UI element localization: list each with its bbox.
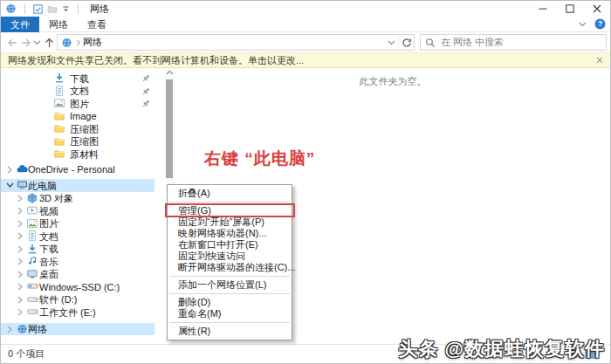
sidebar-item-3D-对象[interactable]: 3D 对象 xyxy=(1,192,154,205)
ribbon-expand-icon[interactable] xyxy=(579,22,587,27)
qat-new-folder-icon[interactable] xyxy=(47,4,58,14)
menu-item-删除(D)[interactable]: 删除(D) xyxy=(168,297,291,308)
cube-icon xyxy=(27,193,38,203)
pin-icon xyxy=(141,100,150,108)
expander-right-icon[interactable] xyxy=(6,326,13,333)
search-input[interactable]: 在 网络 中搜索 xyxy=(420,34,607,51)
network-icon xyxy=(61,38,72,48)
close-icon xyxy=(596,57,603,64)
sidebar-item-音乐[interactable]: 音乐 xyxy=(1,255,154,268)
tab-网络[interactable]: 网络 xyxy=(39,17,78,32)
desktop-icon xyxy=(27,269,38,279)
close-button[interactable] xyxy=(583,1,610,17)
picture-icon xyxy=(54,98,65,108)
address-dropdown[interactable] xyxy=(384,40,398,45)
expander-right-icon[interactable] xyxy=(17,271,24,278)
tab-查看[interactable]: 查看 xyxy=(78,17,116,32)
menu-item-在新窗口中打开(E)[interactable]: 在新窗口中打开(E) xyxy=(168,239,291,251)
expander-right-icon[interactable] xyxy=(6,166,13,174)
network-icon xyxy=(17,324,28,334)
sidebar-item-label: 工作文件 (E:) xyxy=(39,307,96,318)
menu-item-断开网络驱动器的连接(C)...[interactable]: 断开网络驱动器的连接(C)... xyxy=(168,262,291,273)
sidebar-item-图片[interactable]: 图片 xyxy=(1,97,154,110)
svg-text:?: ? xyxy=(598,19,602,28)
empty-folder-text: 此文件夹为空。 xyxy=(175,68,610,88)
scrollbar-thumb[interactable] xyxy=(166,79,173,178)
minimize-icon xyxy=(539,4,547,13)
sidebar-item-网络[interactable]: 网络 xyxy=(1,323,154,336)
sidebar-item-此电脑[interactable]: 此电脑 xyxy=(1,179,154,192)
search-icon xyxy=(425,38,436,48)
minimize-button[interactable] xyxy=(529,1,556,17)
menu-item-属性(R)[interactable]: 属性(R) xyxy=(168,326,291,337)
sidebar-item-压缩图[interactable]: 压缩图 xyxy=(1,122,154,135)
watermark: 头条 @数据蛙恢复软件 xyxy=(398,336,605,362)
sidebar-item-Image[interactable]: Image xyxy=(1,110,154,123)
drive-icon xyxy=(27,294,38,305)
refresh-button[interactable] xyxy=(398,35,414,50)
banner-close-button[interactable] xyxy=(596,57,603,64)
sidebar-item-工作文件-(E:)[interactable]: 工作文件 (E:) xyxy=(1,306,154,319)
menu-item-折叠(A)[interactable]: 折叠(A) xyxy=(168,188,291,199)
sidebar-item-Windows-SSD-(C:)[interactable]: Windows-SSD (C:) xyxy=(1,280,154,293)
sidebar-item-文档[interactable]: 文档 xyxy=(1,85,154,98)
menu-item-固定到快速访问[interactable]: 固定到快速访问 xyxy=(168,251,291,262)
expander-right-icon[interactable] xyxy=(17,283,24,291)
sidebar-item-软件-(D:)[interactable]: 软件 (D:) xyxy=(1,293,154,306)
expander-right-icon[interactable] xyxy=(17,245,24,253)
expander-down-icon[interactable] xyxy=(6,182,14,189)
sidebar-item-桌面[interactable]: 桌面 xyxy=(1,268,154,281)
sidebar-item-label: 压缩图 xyxy=(70,136,99,147)
breadcrumb[interactable]: 网络 xyxy=(83,36,102,49)
help-icon[interactable]: ? xyxy=(594,18,606,30)
network-discovery-banner[interactable]: 网络发现和文件共享已关闭。看不到网络计算机和设备。单击以更改... xyxy=(1,52,610,68)
expander-right-icon[interactable] xyxy=(17,220,24,228)
forward-button[interactable] xyxy=(19,34,32,51)
sidebar-item-原材料[interactable]: 原材料 xyxy=(1,148,154,161)
tab-文件[interactable]: 文件 xyxy=(1,17,39,32)
scroll-up-icon[interactable] xyxy=(166,70,174,75)
menu-item-重命名(M)[interactable]: 重命名(M) xyxy=(168,308,291,319)
up-icon xyxy=(45,38,54,48)
navigation-pane: 下载文档图片Image压缩图压缩图原材料OneDrive - Personal此… xyxy=(1,68,175,344)
sidebar-item-下载[interactable]: 下载 xyxy=(1,243,154,256)
music-icon xyxy=(27,256,38,266)
cloud-icon xyxy=(17,164,28,175)
pc-icon xyxy=(17,180,28,190)
document-icon xyxy=(54,86,65,96)
driveOs-icon xyxy=(27,281,38,292)
sidebar-item-label: 此电脑 xyxy=(28,181,57,191)
sidebar-item-视频[interactable]: 视频 xyxy=(1,204,154,217)
expander-right-icon[interactable] xyxy=(17,308,24,316)
sidebar-item-下载[interactable]: 下载 xyxy=(1,72,154,85)
sidebar-item-OneDrive---Personal[interactable]: OneDrive - Personal xyxy=(1,163,154,176)
qat-customize-icon[interactable] xyxy=(62,5,70,13)
download-icon xyxy=(27,244,38,254)
maximize-button[interactable] xyxy=(556,1,583,17)
menu-item-管理(G)[interactable]: 管理(G) xyxy=(168,205,291,216)
pin-icon xyxy=(141,87,150,96)
drive-icon xyxy=(27,306,38,317)
qat-properties-icon[interactable] xyxy=(33,4,43,14)
expander-right-icon[interactable] xyxy=(17,296,24,304)
sidebar-item-文档[interactable]: 文档 xyxy=(1,230,154,243)
folder-icon xyxy=(54,136,65,147)
expander-right-icon[interactable] xyxy=(17,232,24,240)
sidebar-item-图片[interactable]: 图片 xyxy=(1,217,154,230)
up-button[interactable] xyxy=(42,34,57,51)
expander-right-icon[interactable] xyxy=(17,195,24,203)
address-input[interactable]: 网络 xyxy=(57,34,415,51)
sidebar-item-label: 图片 xyxy=(39,218,58,229)
menu-item-添加一个网络位置(L)[interactable]: 添加一个网络位置(L) xyxy=(168,279,291,291)
back-icon xyxy=(7,38,18,48)
expander-right-icon[interactable] xyxy=(17,207,24,215)
menu-item-映射网络驱动器(N)...[interactable]: 映射网络驱动器(N)... xyxy=(168,228,291,239)
folder-icon xyxy=(54,111,65,121)
menu-item-固定到“开始”屏幕(P)[interactable]: 固定到“开始”屏幕(P) xyxy=(168,216,291,228)
sidebar-item-压缩图[interactable]: 压缩图 xyxy=(1,135,154,148)
history-dropdown[interactable] xyxy=(32,34,42,51)
chevron-down-icon xyxy=(388,40,395,45)
expander-right-icon[interactable] xyxy=(17,258,24,265)
back-button[interactable] xyxy=(6,34,19,51)
address-bar: 网络 在 网络 中搜索 xyxy=(1,32,610,52)
